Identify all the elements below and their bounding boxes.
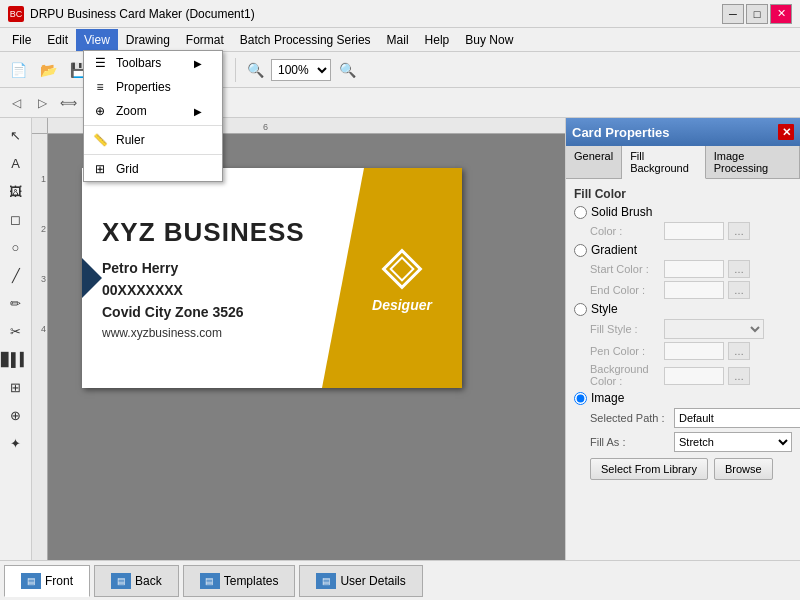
menu-file[interactable]: File: [4, 29, 39, 51]
fill-as-select[interactable]: Stretch Tile Center: [674, 432, 792, 452]
menu-drawing[interactable]: Drawing: [118, 29, 178, 51]
tab-general[interactable]: General: [566, 146, 622, 178]
start-color-input[interactable]: [664, 260, 724, 278]
zoom-out-button[interactable]: 🔍: [333, 56, 361, 84]
flip-h-button[interactable]: ⟺: [56, 91, 80, 115]
fill-as-label: Fill As :: [590, 436, 670, 448]
zoom-arrow: ▶: [194, 106, 202, 117]
tab-front[interactable]: ▤ Front: [4, 565, 90, 597]
pen-color-label: Pen Color :: [590, 345, 660, 357]
start-color-btn[interactable]: …: [728, 260, 750, 278]
menu-edit[interactable]: Edit: [39, 29, 76, 51]
bg-color-input[interactable]: [664, 367, 724, 385]
pen-color-btn[interactable]: …: [728, 342, 750, 360]
style-radio[interactable]: [574, 303, 587, 316]
dropdown-properties[interactable]: ≡ Properties: [84, 75, 222, 99]
panel-tabs: General Fill Background Image Processing: [566, 146, 800, 179]
pen-color-row: Pen Color : …: [590, 342, 792, 360]
tab-back[interactable]: ▤ Back: [94, 565, 179, 597]
barcode-tool[interactable]: ▊▌▍: [3, 346, 29, 372]
selected-path-row: Selected Path :: [590, 408, 792, 428]
dropdown-zoom[interactable]: ⊕ Zoom ▶: [84, 99, 222, 123]
pen-tool[interactable]: ✏: [3, 290, 29, 316]
image-label: Image: [591, 391, 624, 405]
properties-icon: ≡: [92, 79, 108, 95]
bg-color-row: BackgroundColor : …: [590, 363, 792, 387]
end-color-btn[interactable]: …: [728, 281, 750, 299]
menu-help[interactable]: Help: [417, 29, 458, 51]
button-row: Select From Library Browse: [590, 458, 792, 480]
zoom-tool[interactable]: ⊕: [3, 402, 29, 428]
image-tool[interactable]: 🖼: [3, 178, 29, 204]
rect-tool[interactable]: ◻: [3, 206, 29, 232]
zoom-icon: ⊕: [92, 103, 108, 119]
color-input[interactable]: [664, 222, 724, 240]
select-library-button[interactable]: Select From Library: [590, 458, 708, 480]
fill-style-select[interactable]: [664, 319, 764, 339]
toolbar-sep3: [235, 58, 236, 82]
open-button[interactable]: 📂: [34, 56, 62, 84]
pen-color-input[interactable]: [664, 342, 724, 360]
dropdown-toolbars[interactable]: ☰ Toolbars ▶: [84, 51, 222, 75]
templates-label: Templates: [224, 574, 279, 588]
selected-path-label: Selected Path :: [590, 412, 670, 424]
menu-format[interactable]: Format: [178, 29, 232, 51]
title-bar: BC DRPU Business Card Maker (Document1) …: [0, 0, 800, 28]
vertical-ruler: 1 2 3 4: [32, 134, 48, 560]
align-left-button[interactable]: ◁: [4, 91, 28, 115]
background-color-label: BackgroundColor :: [590, 363, 660, 387]
menu-buynow[interactable]: Buy Now: [457, 29, 521, 51]
menu-mail[interactable]: Mail: [379, 29, 417, 51]
color-row: Color : …: [590, 222, 792, 240]
ellipse-tool[interactable]: ○: [3, 234, 29, 260]
crop-tool[interactable]: ✂: [3, 318, 29, 344]
tab-fill-background[interactable]: Fill Background: [622, 146, 706, 179]
selected-path-input[interactable]: [674, 408, 800, 428]
front-icon: ▤: [21, 573, 41, 589]
zoom-select[interactable]: 100% 75% 150%: [271, 59, 331, 81]
canvas-area[interactable]: 3 4 5 6 1 2 3 4 XYZ BUSINESS Petro Herry…: [32, 118, 565, 560]
toolbars-arrow: ▶: [194, 58, 202, 69]
user-details-label: User Details: [340, 574, 405, 588]
main-area: ↖ A 🖼 ◻ ○ ╱ ✏ ✂ ▊▌▍ ⊞ ⊕ ✦ 3 4 5 6 1 2 3 …: [0, 118, 800, 560]
start-color-row: Start Color : …: [590, 260, 792, 278]
dropdown-ruler[interactable]: 📏 Ruler: [84, 128, 222, 152]
dropdown-grid[interactable]: ⊞ Grid: [84, 157, 222, 181]
ruler-corner: [32, 118, 48, 134]
line-tool[interactable]: ╱: [3, 262, 29, 288]
color-picker-btn[interactable]: …: [728, 222, 750, 240]
minimize-button[interactable]: ─: [722, 4, 744, 24]
svg-rect-1: [391, 258, 414, 281]
gradient-radio[interactable]: [574, 244, 587, 257]
logo-svg: [376, 243, 428, 295]
fill-style-label: Fill Style :: [590, 323, 660, 335]
card-accent: Desiguer: [322, 168, 462, 388]
align-right-button[interactable]: ▷: [30, 91, 54, 115]
browse-button[interactable]: Browse: [714, 458, 773, 480]
image-radio[interactable]: [574, 392, 587, 405]
gradient-row: Gradient: [574, 243, 792, 257]
tab-user-details[interactable]: ▤ User Details: [299, 565, 422, 597]
card-inner: XYZ BUSINESS Petro Herry 00XXXXXXX Covid…: [82, 168, 462, 388]
tab-templates[interactable]: ▤ Templates: [183, 565, 296, 597]
select-tool[interactable]: ↖: [3, 122, 29, 148]
close-button[interactable]: ✕: [770, 4, 792, 24]
card-arrow: [82, 256, 102, 300]
new-button[interactable]: 📄: [4, 56, 32, 84]
end-color-row: End Color : …: [590, 281, 792, 299]
text-tool[interactable]: A: [3, 150, 29, 176]
menu-view[interactable]: View: [76, 29, 118, 51]
table-tool[interactable]: ⊞: [3, 374, 29, 400]
end-color-input[interactable]: [664, 281, 724, 299]
panel-close-button[interactable]: ✕: [778, 124, 794, 140]
panel-header: Card Properties ✕: [566, 118, 800, 146]
business-card[interactable]: XYZ BUSINESS Petro Herry 00XXXXXXX Covid…: [82, 168, 462, 388]
solid-brush-radio[interactable]: [574, 206, 587, 219]
tab-image-processing[interactable]: Image Processing: [706, 146, 800, 178]
menu-batch[interactable]: Batch Processing Series: [232, 29, 379, 51]
maximize-button[interactable]: □: [746, 4, 768, 24]
bg-color-btn[interactable]: …: [728, 367, 750, 385]
zoom-in-button[interactable]: 🔍: [241, 56, 269, 84]
fill-style-row: Fill Style :: [590, 319, 792, 339]
star-tool[interactable]: ✦: [3, 430, 29, 456]
